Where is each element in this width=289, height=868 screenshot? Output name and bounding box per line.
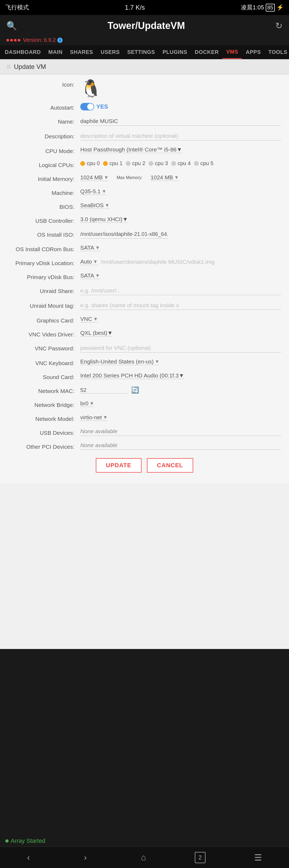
refresh-icon[interactable]: ↻ [275, 21, 283, 31]
cdrom-bus-label: OS Install CDRom Bus: [8, 245, 78, 252]
cpu-item-2[interactable]: cpu 2 [126, 160, 145, 166]
vdisk-location-select[interactable]: Auto ▼ [80, 258, 98, 265]
autostart-toggle[interactable]: YES [80, 103, 108, 111]
nav-settings[interactable]: SETTINGS [123, 46, 159, 58]
back-button[interactable]: ‹ [22, 850, 35, 865]
vnc-password-input[interactable] [80, 344, 281, 352]
form-row-other-pci: Other PCI Devices: None available [8, 442, 281, 450]
vnc-keyboard-label: VNC Keyboard: [8, 359, 78, 367]
max-memory-arrow: ▼ [174, 175, 179, 180]
status-bar: 飞行模式 1.7 K/s 凌晨1:05 85⚡ [0, 0, 289, 15]
bios-arrow: ▼ [105, 203, 110, 208]
cpu-item-0[interactable]: cpu 0 [80, 160, 100, 166]
nav-docker[interactable]: DOCKER [191, 46, 223, 58]
unraid-share-input[interactable] [80, 286, 281, 295]
time-display: 凌晨1:05 [241, 3, 264, 11]
graphics-card-arrow: ▼ [93, 316, 98, 322]
os-iso-value[interactable]: /mnt/user/isos/daphile-21.01-x86_64. [80, 230, 168, 239]
logical-cpus-label: Logical CPUs: [8, 160, 78, 168]
description-input[interactable] [80, 132, 281, 141]
unraid-share-container [80, 286, 281, 295]
nav-main[interactable]: MAIN [45, 46, 66, 58]
usb-controller-value: 3.0 (qemu XHCI)▼ [80, 216, 128, 222]
cpu-circle-1 [103, 161, 108, 166]
network-bridge-select[interactable]: br0 ▼ [80, 400, 94, 407]
description-container [80, 132, 281, 141]
vdisk-bus-select[interactable]: SATA ▼ [80, 272, 100, 279]
tux-icon[interactable]: 🐧 [80, 80, 102, 97]
nav-users[interactable]: USERS [97, 46, 123, 58]
status-right: 凌晨1:05 85⚡ [241, 3, 284, 11]
form-row-usb-devices: USB Devices: None available [8, 428, 281, 436]
form-row-usb-controller: USB Controller: 3.0 (qemu XHCI)▼ [8, 216, 281, 224]
vdisk-bus-arrow: ▼ [95, 273, 100, 279]
graphics-card-label: Graphics Card: [8, 316, 78, 324]
forward-button[interactable]: › [79, 850, 92, 865]
machine-select[interactable]: Q35-5.1 ▼ [80, 188, 107, 195]
usb-devices-container: None available [80, 428, 281, 436]
cpu-item-4[interactable]: cpu 4 [171, 160, 191, 166]
max-memory-label: Max Memory: [117, 175, 143, 180]
form-row-vdisk-location: Primary vDisk Location: Auto ▼ /mnt/user… [8, 258, 281, 267]
cpu-mode-select[interactable]: Host Passthrough (Intel® Core™ i5-86▼ [80, 146, 182, 153]
vdisk-location-path: /mnt/user/domains/daphile MUSIC/vdisk1.i… [101, 259, 215, 265]
form-row-memory: Initial Memory: 1024 MB ▼ Max Memory: 10… [8, 174, 281, 182]
bios-select[interactable]: SeaBIOS ▼ [80, 202, 109, 209]
form-row-vdisk-bus: Primary vDisk Bus: SATA ▼ [8, 272, 281, 280]
nav-bar: DASHBOARD MAIN SHARES USERS SETTINGS PLU… [0, 45, 289, 59]
cpu-item-5[interactable]: cpu 5 [194, 160, 214, 166]
sound-card-select[interactable]: Intel 200 Series PCH HD Audio (00:1f.3▼ [80, 372, 184, 379]
form-row-network-mac: Network MAC: 🔄 [8, 386, 281, 394]
max-memory-select[interactable]: 1024 MB ▼ [151, 174, 179, 181]
form-row-unraid-share: Unraid Share: [8, 286, 281, 295]
network-model-select[interactable]: virtio-net ▼ [80, 414, 108, 421]
info-icon[interactable]: i [57, 37, 63, 43]
unraid-mount-tag-input[interactable] [80, 301, 281, 310]
other-pci-container: None available [80, 442, 281, 450]
initial-memory-select[interactable]: 1024 MB ▼ [80, 174, 109, 181]
machine-value: Q35-5.1 [80, 188, 101, 195]
search-icon[interactable]: 🔍 [6, 21, 17, 31]
tabs-button[interactable]: 2 [195, 852, 206, 863]
other-pci-value: None available [80, 442, 281, 450]
nav-dashboard[interactable]: DASHBOARD [1, 46, 45, 58]
cpu-item-3[interactable]: cpu 3 [148, 160, 168, 166]
update-button[interactable]: UPDATE [96, 458, 142, 473]
mac-refresh-icon[interactable]: 🔄 [131, 386, 139, 394]
nav-apps[interactable]: APPS [242, 46, 264, 58]
usb-controller-label: USB Controller: [8, 216, 78, 224]
vdisk-location-label: Primary vDisk Location: [8, 258, 78, 267]
toggle-track[interactable] [80, 103, 94, 111]
vnc-video-driver-select[interactable]: QXL (best)▼ [80, 330, 113, 336]
network-mac-input[interactable] [80, 387, 129, 394]
cpu-circle-0 [80, 161, 85, 166]
nav-shares[interactable]: SHARES [66, 46, 97, 58]
cancel-button[interactable]: CANCEL [147, 458, 193, 473]
menu-button[interactable]: ☰ [249, 850, 267, 865]
nav-tools[interactable]: TOOLS [265, 46, 289, 58]
nav-plugins[interactable]: PLUGINS [159, 46, 191, 58]
form-row-vnc-keyboard: VNC Keyboard: English-United States (en-… [8, 359, 281, 367]
app-header: 🔍 Tower/UpdateVM ↻ [0, 15, 289, 36]
vnc-keyboard-select[interactable]: English-United States (en-us) ▼ [80, 359, 159, 365]
home-button[interactable]: ⌂ [135, 850, 151, 865]
usb-controller-select[interactable]: 3.0 (qemu XHCI)▼ [80, 216, 128, 223]
name-label: Name: [8, 117, 78, 125]
bottom-status: Array Started [0, 835, 51, 846]
unraid-mount-tag-container [80, 301, 281, 310]
sound-card-value: Intel 200 Series PCH HD Audio (00:1f.3▼ [80, 372, 184, 379]
graphics-card-select[interactable]: VNC ▼ [80, 316, 98, 322]
sound-card-label: Sound Card: [8, 372, 78, 380]
usb-devices-value: None available [80, 428, 281, 436]
cpu-mode-value: Host Passthrough (Intel® Core™ i5-86▼ [80, 146, 182, 153]
network-model-label: Network Model: [8, 414, 78, 422]
form-row-bios: BIOS: SeaBIOS ▼ [8, 202, 281, 210]
vdisk-location-value: Auto [80, 258, 92, 265]
form-row-autostart: Autostart: YES [8, 103, 281, 111]
cpu-item-1[interactable]: cpu 1 [103, 160, 122, 166]
cdrom-bus-select[interactable]: SATA ▼ [80, 245, 100, 251]
nav-vms[interactable]: VMS [222, 45, 242, 59]
unraid-mount-tag-label: Unraid Mount tag: [8, 301, 78, 309]
vnc-video-driver-value: QXL (best)▼ [80, 330, 113, 336]
cpu-circle-5 [194, 161, 199, 166]
